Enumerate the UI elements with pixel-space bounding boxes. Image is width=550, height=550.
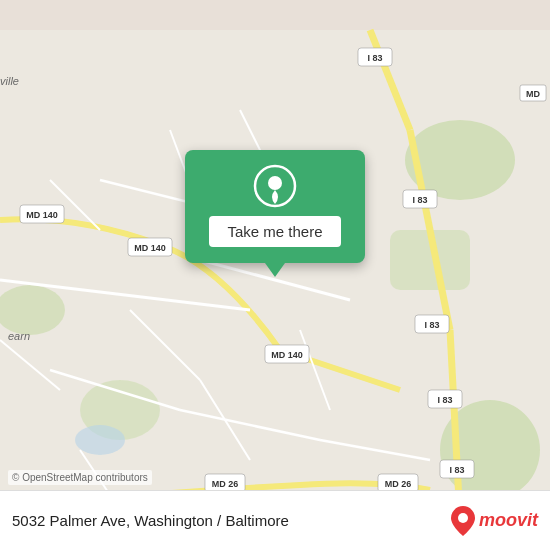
- svg-text:MD 26: MD 26: [385, 479, 412, 489]
- address-label: 5032 Palmer Ave, Washington / Baltimore: [12, 512, 451, 529]
- bottom-bar: 5032 Palmer Ave, Washington / Baltimore …: [0, 490, 550, 550]
- svg-text:MD 140: MD 140: [271, 350, 303, 360]
- svg-text:ville: ville: [0, 75, 19, 87]
- svg-text:I 83: I 83: [367, 53, 382, 63]
- svg-text:MD 140: MD 140: [26, 210, 58, 220]
- svg-point-49: [268, 176, 282, 190]
- svg-text:earn: earn: [8, 330, 30, 342]
- svg-text:I 83: I 83: [412, 195, 427, 205]
- take-me-there-button[interactable]: Take me there: [209, 216, 340, 247]
- svg-text:I 83: I 83: [449, 465, 464, 475]
- svg-text:MD 26: MD 26: [212, 479, 239, 489]
- svg-text:MD 140: MD 140: [134, 243, 166, 253]
- map-container: I 83 I 83 I 83 I 83 I 83 MD 140 MD 140 M…: [0, 0, 550, 550]
- moovit-pin-icon: [451, 506, 475, 536]
- svg-point-50: [458, 513, 468, 523]
- popup-card: Take me there: [185, 150, 365, 263]
- svg-text:MD: MD: [526, 89, 540, 99]
- moovit-brand-name: moovit: [479, 510, 538, 531]
- moovit-logo: moovit: [451, 506, 538, 536]
- location-pin-icon: [253, 164, 297, 208]
- svg-point-6: [75, 425, 125, 455]
- svg-text:I 83: I 83: [437, 395, 452, 405]
- svg-text:I 83: I 83: [424, 320, 439, 330]
- copyright-text: © OpenStreetMap contributors: [8, 470, 152, 485]
